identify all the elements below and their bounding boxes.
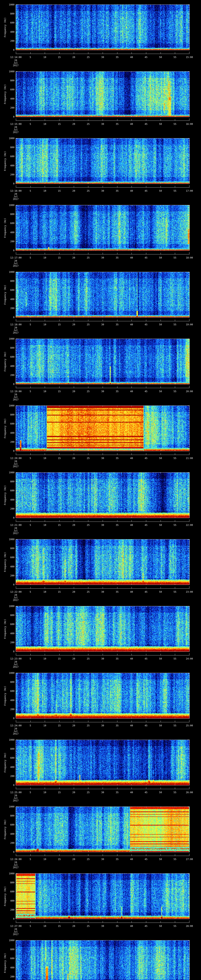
spectrogram-panel-14 bbox=[0, 869, 201, 936]
spectrogram-panel-7 bbox=[0, 401, 201, 468]
spectrogram-panel-10 bbox=[0, 601, 201, 668]
spectrogram-panel-15 bbox=[0, 936, 201, 980]
spectrogram-panel-8 bbox=[0, 468, 201, 535]
spectrogram-panel-6 bbox=[0, 334, 201, 401]
spectrogram-panel-5 bbox=[0, 267, 201, 334]
spectrogram-panel-13 bbox=[0, 802, 201, 869]
spectrogram-panel-12 bbox=[0, 735, 201, 802]
spectrogram-panel-3 bbox=[0, 134, 201, 200]
spectrogram-panel-11 bbox=[0, 668, 201, 735]
spectrogram-panel-1 bbox=[0, 0, 201, 67]
spectrogram-stack bbox=[0, 0, 201, 980]
spectrogram-panel-9 bbox=[0, 535, 201, 601]
spectrogram-panel-4 bbox=[0, 200, 201, 267]
spectrogram-panel-2 bbox=[0, 67, 201, 134]
